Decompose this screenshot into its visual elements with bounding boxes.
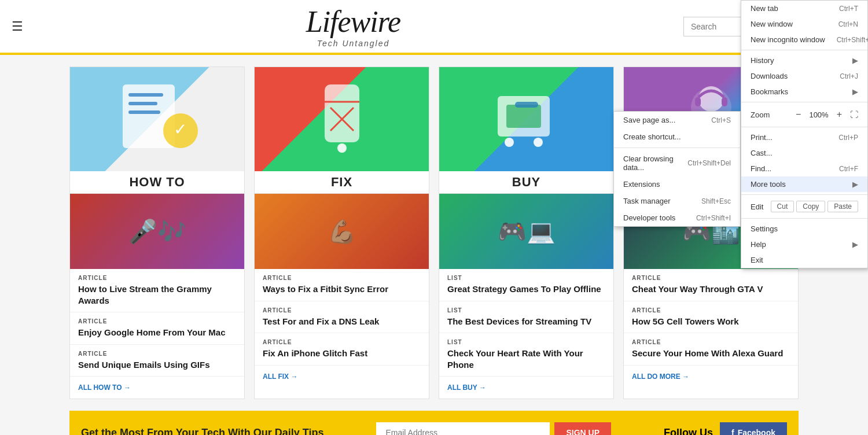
new-window-item[interactable]: New window Ctrl+N bbox=[741, 16, 867, 32]
grammy-image: 🎤🎶 bbox=[70, 194, 244, 269]
svg-rect-1 bbox=[128, 93, 163, 97]
divider-5 bbox=[741, 218, 867, 219]
cast-item[interactable]: Cast... bbox=[741, 145, 867, 161]
howto-all-link[interactable]: ALL HOW TO → bbox=[70, 377, 244, 399]
create-shortcut-label: Create shortcut... bbox=[623, 132, 681, 141]
more-tools-submenu: Save page as... Ctrl+S Create shortcut..… bbox=[613, 111, 741, 227]
fix-article-2[interactable]: ARTICLE Test For and Fix a DNS Leak bbox=[255, 301, 429, 334]
fix-article-1[interactable]: ARTICLE Ways to Fix a Fitbit Sync Error bbox=[255, 269, 429, 301]
new-tab-shortcut: Ctrl+T bbox=[839, 5, 858, 13]
buy-article-2[interactable]: LIST The Best Devices for Streaming TV bbox=[439, 301, 613, 334]
new-incognito-item[interactable]: New incognito window Ctrl+Shift+N bbox=[741, 32, 867, 47]
exit-item[interactable]: Exit bbox=[741, 252, 867, 268]
logo: Lifewire bbox=[23, 5, 683, 39]
downloads-item[interactable]: Downloads Ctrl+J bbox=[741, 68, 867, 84]
howto-article-2[interactable]: ARTICLE Enjoy Google Home From Your Mac bbox=[70, 312, 244, 345]
divider-2 bbox=[741, 102, 867, 102]
copy-button[interactable]: Copy bbox=[796, 201, 825, 212]
tagline: Tech Untangled bbox=[23, 39, 683, 48]
zoom-percent: 100% bbox=[809, 110, 828, 119]
buy-all-link[interactable]: ALL BUY → bbox=[439, 377, 613, 399]
new-incognito-label: New incognito window bbox=[751, 35, 825, 44]
domore-article-1[interactable]: ARTICLE Cheat Your Way Through GTA V bbox=[624, 269, 798, 301]
zoom-minus-button[interactable]: − bbox=[792, 108, 804, 121]
domore-article-title-2: How 5G Cell Towers Work bbox=[632, 316, 790, 327]
save-page-item[interactable]: Save page as... Ctrl+S bbox=[614, 112, 740, 128]
more-tools-label: More tools bbox=[751, 180, 852, 189]
sub-divider-1 bbox=[614, 148, 740, 148]
developer-tools-label: Developer tools bbox=[623, 213, 675, 222]
history-item[interactable]: History ▶ bbox=[741, 53, 867, 68]
more-tools-item[interactable]: More tools ▶ bbox=[741, 176, 867, 192]
help-item[interactable]: Help ▶ bbox=[741, 237, 867, 252]
bookmarks-label: Bookmarks bbox=[751, 87, 852, 96]
article-type-3: ARTICLE bbox=[78, 351, 236, 357]
task-manager-item[interactable]: Task manager Shift+Esc bbox=[614, 193, 740, 209]
create-shortcut-item[interactable]: Create shortcut... bbox=[614, 128, 740, 145]
article-title-2: Enjoy Google Home From Your Mac bbox=[78, 327, 236, 338]
task-manager-label: Task manager bbox=[623, 197, 671, 205]
buy-article-type-2: LIST bbox=[447, 307, 605, 314]
howto-article-3[interactable]: ARTICLE Send Unique Emails Using GIFs bbox=[70, 345, 244, 377]
article-title-3: Send Unique Emails Using GIFs bbox=[78, 359, 236, 371]
article-type-1: ARTICLE bbox=[78, 275, 236, 281]
new-window-label: New window bbox=[751, 20, 827, 28]
print-item[interactable]: Print... Ctrl+P bbox=[741, 130, 867, 145]
domore-article-3[interactable]: ARTICLE Secure Your Home With Alexa Guar… bbox=[624, 333, 798, 366]
fix-article-title-1: Ways to Fix a Fitbit Sync Error bbox=[263, 283, 421, 295]
cut-button[interactable]: Cut bbox=[771, 201, 795, 212]
facebook-button[interactable]: f Facebook bbox=[720, 422, 787, 435]
fix-article-type-2: ARTICLE bbox=[263, 307, 421, 314]
buy-card: BUY 🎮💻 LIST Great Strategy Games To Play… bbox=[439, 67, 614, 399]
developer-tools-item[interactable]: Developer tools Ctrl+Shift+I bbox=[614, 209, 740, 226]
help-arrow: ▶ bbox=[852, 240, 858, 249]
buy-article-1[interactable]: LIST Great Strategy Games To Play Offlin… bbox=[439, 269, 613, 301]
domore-all-link[interactable]: ALL DO MORE → bbox=[624, 366, 798, 388]
howto-card: ✓ HOW TO 🎤🎶 ARTICLE How to Live Stream t… bbox=[69, 67, 245, 399]
buy-article-3[interactable]: LIST Check Your Heart Rate With Your Pho… bbox=[439, 333, 613, 377]
svg-point-15 bbox=[534, 138, 543, 147]
zoom-fullscreen-button[interactable]: ⛶ bbox=[850, 110, 858, 119]
downloads-label: Downloads bbox=[751, 72, 828, 80]
fix-all-link[interactable]: ALL FIX → bbox=[255, 366, 429, 388]
buy-article-type-1: LIST bbox=[447, 275, 605, 281]
chrome-main-menu: New tab Ctrl+T New window Ctrl+N New inc… bbox=[741, 0, 868, 268]
new-tab-item[interactable]: New tab Ctrl+T bbox=[741, 1, 867, 16]
signup-button[interactable]: SIGN UP bbox=[554, 422, 611, 435]
new-window-shortcut: Ctrl+N bbox=[838, 20, 858, 28]
buy-article-type-3: LIST bbox=[447, 339, 605, 345]
fix-article-3[interactable]: ARTICLE Fix An iPhone Glitch Fast bbox=[255, 333, 429, 366]
divider-4 bbox=[741, 194, 867, 195]
clear-browsing-item[interactable]: Clear browsing data... Ctrl+Shift+Del bbox=[614, 150, 740, 176]
save-page-label: Save page as... bbox=[623, 116, 675, 124]
facebook-label: Facebook bbox=[738, 428, 775, 435]
fix-article-type-1: ARTICLE bbox=[263, 275, 421, 281]
zoom-plus-button[interactable]: + bbox=[833, 108, 845, 121]
divider-3 bbox=[741, 127, 867, 127]
extensions-item[interactable]: Extensions bbox=[614, 176, 740, 193]
howto-category-image: ✓ bbox=[70, 67, 244, 171]
svg-text:✓: ✓ bbox=[174, 120, 187, 138]
hamburger-icon[interactable]: ☰ bbox=[12, 19, 23, 34]
divider-1 bbox=[741, 50, 867, 50]
banner-text: Get the Most From Your Tech With Our Dai… bbox=[81, 427, 324, 436]
paste-button[interactable]: Paste bbox=[827, 201, 858, 212]
bookmarks-item[interactable]: Bookmarks ▶ bbox=[741, 84, 867, 99]
fix-article-type-3: ARTICLE bbox=[263, 339, 421, 345]
developer-tools-shortcut: Ctrl+Shift+I bbox=[696, 214, 731, 222]
buy-category-label: BUY bbox=[439, 171, 613, 194]
domore-article-title-3: Secure Your Home With Alexa Guard bbox=[632, 348, 790, 359]
find-item[interactable]: Find... Ctrl+F bbox=[741, 161, 867, 176]
zoom-row: Zoom − 100% + ⛶ bbox=[741, 105, 867, 124]
clear-browsing-shortcut: Ctrl+Shift+Del bbox=[687, 159, 731, 167]
domore-article-2[interactable]: ARTICLE How 5G Cell Towers Work bbox=[624, 301, 798, 334]
chrome-context-menu: Save page as... Ctrl+S Create shortcut..… bbox=[613, 0, 868, 268]
more-tools-arrow: ▶ bbox=[852, 180, 858, 189]
settings-item[interactable]: Settings bbox=[741, 221, 867, 237]
email-input[interactable] bbox=[376, 422, 550, 435]
svg-point-14 bbox=[505, 138, 514, 147]
print-shortcut: Ctrl+P bbox=[838, 134, 858, 142]
howto-article-1[interactable]: ARTICLE How to Live Stream the Grammy Aw… bbox=[70, 269, 244, 312]
svg-rect-3 bbox=[128, 110, 160, 114]
buy-article-title-3: Check Your Heart Rate With Your Phone bbox=[447, 348, 605, 370]
